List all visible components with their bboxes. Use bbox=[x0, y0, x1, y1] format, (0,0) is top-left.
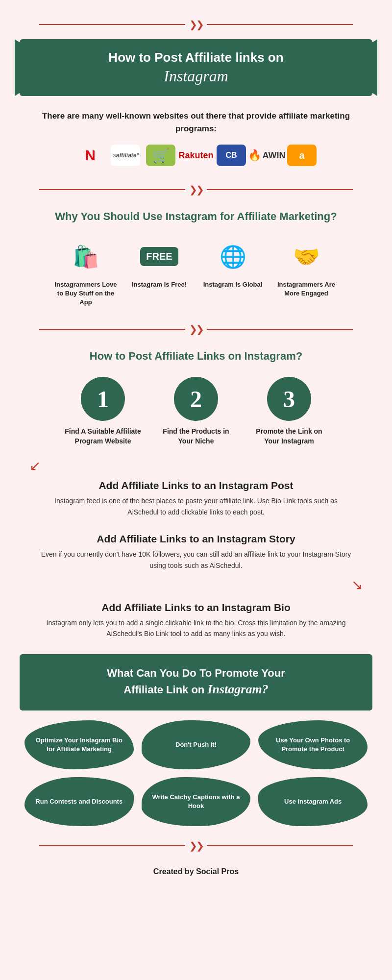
brand-cb: CB bbox=[217, 145, 246, 166]
shopping-bag-icon: 🛍️ bbox=[66, 237, 105, 276]
tip-6: Use Instagram Ads bbox=[258, 777, 368, 826]
tip-5: Write Catchy Captions with a Hook bbox=[142, 777, 251, 826]
page-wrapper: ❯❯ How to Post Affiliate links on Instag… bbox=[0, 0, 392, 893]
main-title-line1: How to Post Affiliate links on bbox=[34, 50, 358, 65]
why-section-title: Why You Should Use Instagram for Affilia… bbox=[0, 204, 392, 229]
promote-text-3: Instagram only lets you to add a single … bbox=[39, 617, 353, 639]
bottom-banner-title: What Can You Do To Promote Your Affiliat… bbox=[34, 666, 358, 699]
main-title-banner: How to Post Affiliate links on Instagram bbox=[20, 39, 372, 96]
why-item-3: 🌐 Instagram Is Global bbox=[201, 237, 265, 307]
divider-line-right bbox=[207, 24, 353, 25]
divider-1: ❯❯ bbox=[39, 184, 353, 196]
brand-netflix: N bbox=[75, 145, 105, 166]
why-label-2: Instagram Is Free! bbox=[132, 280, 187, 289]
tip-3: Use Your Own Photos to Promote the Produ… bbox=[258, 720, 368, 769]
brand-awin: 🔥AWIN bbox=[252, 145, 281, 166]
curl-arrow-1: ↙ bbox=[0, 458, 392, 474]
tip-4: Run Contests and Discounts bbox=[24, 777, 134, 826]
divider-line-left bbox=[39, 24, 185, 25]
main-title-line2: Instagram bbox=[34, 67, 358, 85]
brand-amazon: a bbox=[287, 145, 317, 166]
promote-section-2: Add Affiliate Links to an Instagram Stor… bbox=[0, 528, 392, 576]
footer-text: Created by Social Pros bbox=[0, 860, 392, 883]
step-label-2: Find the Products in Your Niche bbox=[157, 427, 235, 446]
tip-1: Optimize Your Instagram Bio for Affiliat… bbox=[24, 720, 134, 769]
step-circle-1: 1 bbox=[81, 377, 125, 421]
step-label-3: Promote the Link on Your Instagram bbox=[250, 427, 328, 446]
why-item-4: 🤝 Instagrammers Are More Engaged bbox=[274, 237, 338, 307]
globe-icon: 🌐 bbox=[213, 237, 252, 276]
curl-arrow-2: ↘ bbox=[0, 577, 392, 593]
divider-arrows: ❯❯ bbox=[189, 19, 203, 30]
why-item-2: FREE Instagram Is Free! bbox=[127, 237, 191, 307]
divider-2: ❯❯ bbox=[39, 323, 353, 335]
steps-row: 1 Find A Suitable Affiliate Program Webs… bbox=[0, 369, 392, 454]
why-grid: 🛍️ Instagrammers Love to Buy Stuff on th… bbox=[0, 229, 392, 315]
why-item-1: 🛍️ Instagrammers Love to Buy Stuff on th… bbox=[54, 237, 118, 307]
why-label-1: Instagrammers Love to Buy Stuff on the A… bbox=[54, 280, 118, 307]
handshake-icon: 🤝 bbox=[287, 237, 326, 276]
promote-title-1: Add Affiliate Links to an Instagram Post bbox=[39, 480, 353, 491]
promote-title-2: Add Affiliate Links to an Instagram Stor… bbox=[39, 533, 353, 545]
promote-text-2: Even if you currently don't have 10K fol… bbox=[39, 549, 353, 571]
step-label-1: Find A Suitable Affiliate Program Websit… bbox=[64, 427, 142, 446]
intro-text: There are many well-known websites out t… bbox=[0, 101, 392, 140]
step-circle-3: 3 bbox=[267, 377, 311, 421]
brands-row: N ⊙ affiliate° 🛒 Rakuten CB 🔥AWIN a bbox=[0, 140, 392, 175]
why-label-3: Instagram Is Global bbox=[203, 280, 263, 289]
promote-title-3: Add Affiliate Links to an Instagram Bio bbox=[39, 602, 353, 613]
why-label-4: Instagrammers Are More Engaged bbox=[274, 280, 338, 298]
step-item-2: 2 Find the Products in Your Niche bbox=[157, 377, 235, 446]
top-divider: ❯❯ bbox=[39, 19, 353, 30]
step-item-1: 1 Find A Suitable Affiliate Program Webs… bbox=[64, 377, 142, 446]
promote-section-3: Add Affiliate Links to an Instagram Bio … bbox=[0, 597, 392, 644]
tips-grid: Optimize Your Instagram Bio for Affiliat… bbox=[0, 715, 392, 831]
bottom-banner: What Can You Do To Promote Your Affiliat… bbox=[20, 654, 372, 710]
promote-text-1: Instagram feed is one of the best places… bbox=[39, 495, 353, 517]
how-section-title: How to Post Affiliate Links on Instagram… bbox=[0, 344, 392, 369]
brand-cj: ⊙ affiliate° bbox=[111, 145, 140, 166]
step-item-3: 3 Promote the Link on Your Instagram bbox=[250, 377, 328, 446]
step-circle-2: 2 bbox=[174, 377, 218, 421]
promote-section-1: Add Affiliate Links to an Instagram Post… bbox=[0, 475, 392, 522]
bottom-divider: ❯❯ bbox=[39, 840, 353, 852]
brand-rakuten: Rakuten bbox=[181, 145, 211, 166]
tip-2: Don't Push It! bbox=[142, 720, 251, 769]
brand-shopify: 🛒 bbox=[146, 145, 175, 166]
free-icon: FREE bbox=[140, 237, 179, 276]
bottom-banner-italic: Instagram? bbox=[207, 682, 268, 696]
